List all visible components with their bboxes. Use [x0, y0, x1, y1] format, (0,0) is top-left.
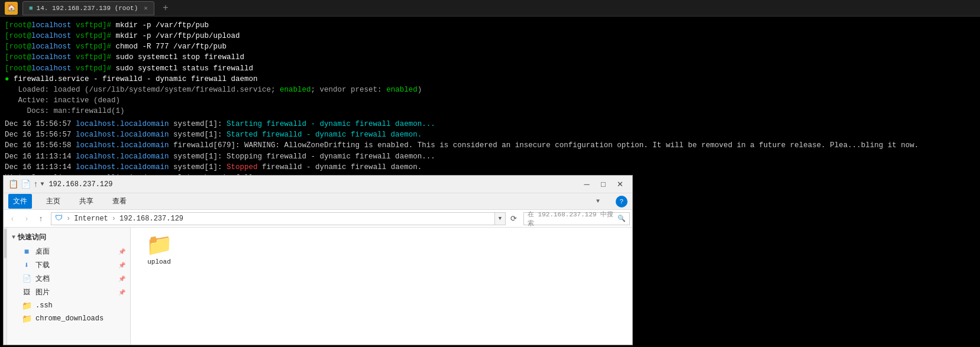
cmd-2: mkdir -p /var/ftp/pub/upload	[116, 32, 240, 40]
terminal-tab[interactable]: ■ 14. 192.168.237.139 (root) ✕	[22, 1, 154, 15]
maximize-button[interactable]: □	[596, 178, 611, 191]
sidebar-documents-label: 文档	[35, 274, 50, 284]
log-text-5: firewalld - dynamic firewall daemon.	[258, 163, 422, 171]
address-separator-2: ›	[112, 215, 116, 223]
ssh-folder-icon: 📁	[21, 301, 32, 310]
log-text-1: Starting firewalld - dynamic firewall da…	[227, 120, 435, 128]
sidebar-item-chrome-downloads[interactable]: 📁 chrome_downloads	[7, 312, 130, 325]
file-item-upload[interactable]: 📁 upload	[135, 232, 183, 269]
log-host-2: localhost.localdomain	[76, 131, 173, 139]
service-loaded-line: Loaded: loaded (/usr/lib/systemd/system/…	[5, 85, 975, 95]
pictures-folder-icon: 🖼	[21, 288, 32, 297]
new-tab-button[interactable]: +	[159, 2, 172, 15]
cmd-1: mkdir -p /var/ftp/pub	[116, 21, 209, 30]
log-stopped-text: Stopped	[227, 163, 258, 171]
search-icon: 🔍	[617, 215, 626, 222]
log-proc-1: systemd[1]:	[173, 120, 227, 128]
customize-icon[interactable]: ▼	[40, 181, 44, 187]
help-button[interactable]: ?	[616, 196, 628, 207]
documents-pin-icon: 📌	[118, 275, 125, 283]
tab-title: 14. 192.168.237.139 (root)	[37, 5, 138, 12]
home-icon[interactable]: 🏠	[5, 2, 18, 15]
ribbon-tab-view[interactable]: 查看	[108, 194, 131, 209]
address-internet: Internet	[74, 215, 108, 223]
forward-button[interactable]: ›	[20, 212, 33, 225]
quick-access-chevron: ▼	[12, 234, 15, 241]
upload-folder-icon: 📁	[146, 236, 173, 257]
minimize-button[interactable]: ─	[579, 178, 594, 191]
refresh-button[interactable]: ⟳	[507, 212, 520, 225]
ribbon-tab-home[interactable]: 主页	[41, 194, 65, 209]
quick-access-icon-1[interactable]: 📋	[8, 179, 18, 189]
log-date-2: Dec 16 15:56:57	[5, 131, 76, 139]
log-proc-2: systemd[1]:	[173, 131, 227, 139]
log-date-5: Dec 16 11:13:14	[5, 163, 76, 171]
service-name: firewalld.service - firewalld - dynamic …	[14, 75, 258, 83]
explorer-title-text: 192.168.237.129	[48, 180, 579, 189]
chrome-downloads-folder-icon: 📁	[21, 314, 32, 323]
log-host-1: localhost.localdomain	[76, 120, 173, 128]
sidebar-item-downloads[interactable]: ⬇ 下载 📌	[7, 258, 130, 272]
service-bullet-line: ● firewalld.service - firewalld - dynami…	[5, 74, 975, 85]
log-host-5: localhost.localdomain	[76, 163, 173, 171]
terminal-window: [root@localhost vsftpd]# mkdir -p /var/f…	[0, 17, 980, 188]
sidebar-scrollbar-thumb[interactable]	[4, 229, 7, 258]
explorer-window: 📋 📄 ↑ ▼ 192.168.237.129 ─ □ ✕ 文件 主页 共享 查…	[3, 175, 633, 345]
log-line-2: Dec 16 15:56:57 localhost.localdomain sy…	[5, 129, 975, 140]
back-button[interactable]: ‹	[6, 212, 19, 225]
pictures-pin-icon: 📌	[118, 289, 125, 296]
ribbon-expand-button[interactable]: ▼	[592, 196, 604, 207]
cmd-4: sudo systemctl stop firewalld	[116, 53, 245, 61]
sidebar-item-pictures[interactable]: 🖼 图片 📌	[7, 286, 130, 299]
quick-access-label: 快速访问	[18, 232, 46, 242]
quick-access-icon-2[interactable]: 📄	[21, 179, 31, 189]
log-proc-5: systemd[1]:	[173, 163, 227, 171]
explorer-title-bar: 📋 📄 ↑ ▼ 192.168.237.129 ─ □ ✕	[4, 176, 632, 193]
sidebar-item-desktop[interactable]: ■ 桌面 📌	[7, 245, 130, 258]
sidebar: ▼ 快速访问 ■ 桌面 📌 ⬇ 下载 📌 📄 文档	[7, 228, 131, 345]
terminal-line-5: [root@localhost vsftpd]# sudo systemctl …	[5, 63, 975, 74]
vendor-enabled: enabled	[386, 86, 418, 94]
title-bar-icons: 📋 📄 ↑ ▼	[8, 179, 44, 189]
upload-folder-name: upload	[147, 258, 171, 265]
documents-folder-icon: 📄	[21, 274, 32, 284]
tab-close-icon[interactable]: ✕	[144, 4, 148, 12]
loaded-label: Loaded: loaded (/usr/lib/systemd/system/…	[5, 86, 280, 94]
terminal-line-2: [root@localhost vsftpd]# mkdir -p /var/f…	[5, 31, 975, 41]
log-text-4: Stopping firewalld - dynamic firewall da…	[227, 153, 435, 161]
log-text-2: Started firewalld - dynamic firewall dae…	[227, 131, 422, 139]
service-docs-line: Docs: man:firewalld(1)	[5, 106, 975, 116]
log-host-4: localhost.localdomain	[76, 153, 173, 161]
address-separator-1: ›	[66, 215, 70, 223]
ribbon-tab-file[interactable]: 文件	[8, 194, 32, 209]
sidebar-ssh-label: .ssh	[35, 301, 53, 310]
enabled-text: enabled	[280, 86, 311, 94]
active-text: Active: inactive (dead)	[5, 96, 120, 105]
search-placeholder: 在 192.168.237.129 中搜索	[528, 210, 617, 228]
sidebar-downloads-label: 下载	[35, 260, 50, 270]
sidebar-item-ssh[interactable]: 📁 .ssh	[7, 299, 130, 312]
up-button[interactable]: ↑	[34, 212, 47, 225]
docs-text: Docs: man:firewalld(1)	[5, 107, 125, 115]
chevron-down-icon: ▼	[596, 198, 600, 205]
address-path[interactable]: 🛡 › Internet › 192.168.237.129	[51, 212, 495, 225]
log-line-4: Dec 16 11:13:14 localhost.localdomain sy…	[5, 151, 975, 162]
quick-access-icon-3[interactable]: ↑	[33, 180, 38, 189]
desktop-folder-icon: ■	[21, 247, 32, 257]
cmd-5: sudo systemctl status firewalld	[116, 64, 254, 73]
file-area: 📁 upload	[131, 228, 632, 345]
sidebar-item-documents[interactable]: 📄 文档 📌	[7, 272, 130, 286]
log-host-3: localhost.localdomain	[76, 141, 173, 150]
address-bar: ‹ › ↑ 🛡 › Internet › 192.168.237.129 ▼ ⟳…	[4, 210, 632, 228]
ribbon-tab-share[interactable]: 共享	[75, 194, 98, 209]
service-bullet: ●	[5, 75, 9, 83]
service-active-line: Active: inactive (dead)	[5, 95, 975, 106]
address-dropdown-button[interactable]: ▼	[495, 212, 506, 225]
search-box[interactable]: 在 192.168.237.129 中搜索 🔍	[523, 212, 630, 225]
log-line-5: Dec 16 11:13:14 localhost.localdomain sy…	[5, 162, 975, 173]
quick-access-header[interactable]: ▼ 快速访问	[7, 230, 130, 245]
sidebar-desktop-label: 桌面	[35, 247, 50, 257]
close-button[interactable]: ✕	[612, 178, 628, 191]
log-line-1: Dec 16 15:56:57 localhost.localdomain sy…	[5, 119, 975, 129]
downloads-pin-icon: 📌	[118, 262, 125, 269]
